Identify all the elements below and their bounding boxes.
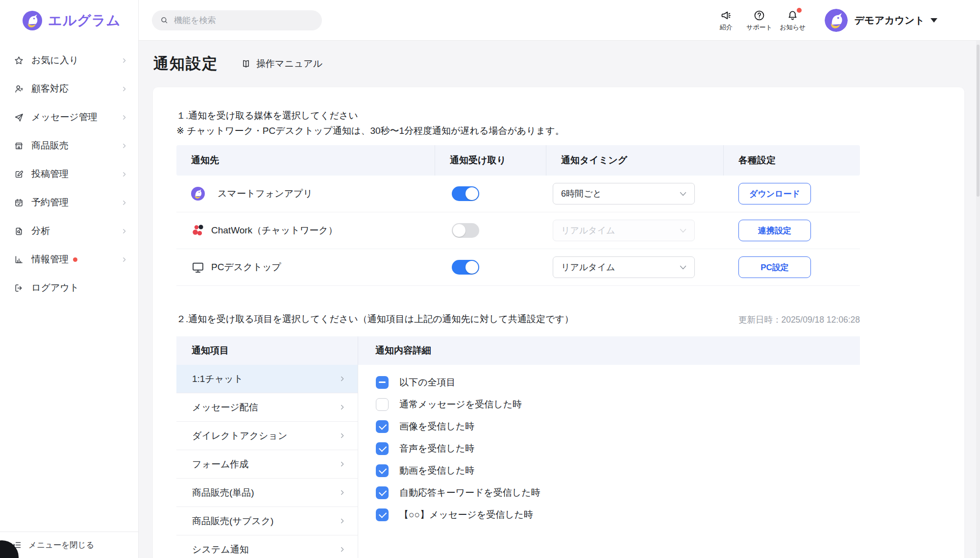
account-dropdown-caret-icon[interactable] — [931, 18, 937, 23]
chevron-right-icon — [121, 143, 127, 149]
section1-text: １.通知を受け取る媒体を選択してください ※ チャットワーク・PCデスクトップ通… — [176, 108, 564, 138]
manual-link-label: 操作マニュアル — [256, 57, 322, 70]
scrollbar-thumb[interactable] — [977, 45, 980, 197]
send-icon — [14, 112, 24, 123]
sidebar-item-product-sales[interactable]: 商品販売 — [0, 131, 138, 160]
notify-items-table-header: 通知項目 通知内容詳細 — [176, 336, 860, 365]
sidebar-item-message-management[interactable]: メッセージ管理 — [0, 103, 138, 131]
option-row-image-received[interactable]: 画像を受信した時 — [376, 415, 860, 437]
notification-badge — [797, 8, 802, 13]
option-row-all-items[interactable]: 以下の全項目 — [376, 371, 860, 393]
category-item-message-delivery[interactable]: メッセージ配信 — [176, 393, 358, 422]
checkbox[interactable] — [376, 508, 389, 521]
timing-select-value: リアルタイム — [561, 225, 680, 236]
sidebar-nav: お気に入り 顧客対応 メッセージ管理 商品販売 投稿管理 予約管理 — [0, 46, 138, 302]
timing-select[interactable]: 6時間ごと — [553, 183, 695, 204]
chevron-down-icon — [680, 192, 686, 196]
option-row-normal-message[interactable]: 通常メッセージを受信した時 — [376, 393, 860, 415]
download-button[interactable]: ダウンロード — [738, 183, 811, 204]
support-label: サポート — [746, 23, 772, 32]
topbar: 紹介 サポート お知らせ デモアカウント — [139, 0, 980, 41]
toggle-cell — [435, 260, 546, 275]
account-avatar[interactable] — [825, 9, 848, 32]
chevron-right-icon — [121, 256, 127, 263]
topbar-actions: 紹介 サポート お知らせ デモアカウント — [708, 0, 937, 41]
brand-logo[interactable]: エルグラム — [23, 11, 121, 30]
referral-button[interactable]: 紹介 — [711, 9, 741, 32]
sidebar-item-customer-support[interactable]: 顧客対応 — [0, 75, 138, 103]
notify-target-label: ChatWork（チャットワーク） — [211, 224, 338, 237]
search-icon — [160, 16, 169, 25]
section1-heading: １.通知を受け取る媒体を選択してください — [176, 108, 564, 123]
close-menu-button[interactable]: メニューを閉じる — [0, 532, 138, 558]
book-icon — [241, 58, 251, 69]
search-box[interactable] — [152, 10, 322, 30]
desktop-monitor-icon — [191, 260, 205, 274]
timing-select-value: リアルタイム — [561, 261, 680, 273]
section2-heading: ２.通知を受け取る項目を選択してください（通知項目は上記の通知先に対して共通設定… — [176, 313, 574, 326]
receive-toggle[interactable] — [452, 260, 479, 275]
sidebar-item-logout[interactable]: ログアウト — [0, 274, 138, 302]
chatwork-link-settings-button[interactable]: 連携設定 — [738, 220, 811, 241]
timing-select[interactable]: リアルタイム — [553, 256, 695, 278]
sidebar-item-analytics[interactable]: 分析 — [0, 217, 138, 245]
sidebar-item-label: メッセージ管理 — [31, 111, 98, 124]
scrollbar-track[interactable] — [976, 41, 980, 558]
brand-name: エルグラム — [48, 11, 121, 30]
brand-bird-icon — [23, 11, 42, 30]
user-icon — [14, 84, 24, 94]
manual-link[interactable]: 操作マニュアル — [241, 57, 322, 70]
category-item-1on1-chat[interactable]: 1:1チャット — [176, 365, 358, 393]
notify-target-cell: スマートフォンアプリ — [176, 187, 435, 201]
option-row-video-received[interactable]: 動画を受信した時 — [376, 459, 860, 482]
category-label: システム通知 — [192, 543, 249, 556]
checkbox[interactable] — [376, 486, 389, 499]
sidebar-item-label: 商品販売 — [31, 139, 69, 152]
chevron-right-icon — [121, 86, 127, 92]
option-row-audio-received[interactable]: 音声を受信した時 — [376, 437, 860, 459]
account-name[interactable]: デモアカウント — [855, 14, 925, 27]
option-row-marked-message[interactable]: 【○○】メッセージを受信した時 — [376, 504, 860, 526]
chevron-right-icon — [339, 375, 346, 382]
table-row-chatwork: ChatWork（チャットワーク） リアルタイム 連携設定 — [176, 212, 860, 249]
checkbox[interactable] — [376, 442, 389, 455]
timing-select[interactable]: リアルタイム — [553, 220, 695, 241]
edit-icon — [14, 169, 24, 179]
option-list: 以下の全項目 通常メッセージを受信した時 画像を受信した時 音声を受信した時 — [358, 365, 860, 526]
search-input[interactable] — [174, 16, 314, 25]
notify-items-table: 通知項目 通知内容詳細 1:1チャット メッセージ配信 ダイレクトアクション — [176, 336, 860, 558]
option-row-auto-reply-keyword[interactable]: 自動応答キーワードを受信した時 — [376, 482, 860, 504]
option-label: 以下の全項目 — [399, 376, 455, 389]
checkbox[interactable] — [376, 376, 389, 389]
sidebar: エルグラム お気に入り 顧客対応 メッセージ管理 商品販売 投稿管理 — [0, 0, 139, 558]
category-item-product-sales-single[interactable]: 商品販売(単品) — [176, 479, 358, 507]
sidebar-item-favorites[interactable]: お気に入り — [0, 46, 138, 75]
sidebar-item-post-management[interactable]: 投稿管理 — [0, 160, 138, 188]
checkbox[interactable] — [376, 398, 389, 411]
sidebar-item-reservation-management[interactable]: 予約管理 — [0, 188, 138, 217]
category-item-direct-action[interactable]: ダイレクトアクション — [176, 422, 358, 450]
category-item-product-sales-subscription[interactable]: 商品販売(サブスク) — [176, 507, 358, 535]
category-label: ダイレクトアクション — [192, 430, 287, 442]
logout-icon — [14, 283, 24, 293]
checkbox[interactable] — [376, 464, 389, 477]
chatwork-icon — [191, 224, 205, 237]
toggle-cell — [435, 186, 546, 201]
category-list: 1:1チャット メッセージ配信 ダイレクトアクション フォーム作成 — [176, 365, 358, 558]
bar-chart-icon — [14, 254, 24, 265]
notify-target-label: スマートフォンアプリ — [218, 187, 313, 200]
news-button[interactable]: お知らせ — [778, 9, 808, 32]
sidebar-item-label: 情報管理 — [31, 253, 69, 266]
category-item-form-creation[interactable]: フォーム作成 — [176, 450, 358, 479]
sidebar-item-info-management[interactable]: 情報管理 — [0, 245, 138, 274]
support-button[interactable]: サポート — [744, 9, 775, 32]
category-label: フォーム作成 — [192, 458, 248, 471]
megaphone-icon — [720, 9, 732, 22]
checkbox[interactable] — [376, 420, 389, 433]
pc-settings-button[interactable]: PC設定 — [738, 256, 811, 278]
receive-toggle[interactable] — [452, 186, 479, 201]
category-item-system-notification[interactable]: システム通知 — [176, 535, 358, 558]
receive-toggle[interactable] — [452, 223, 479, 238]
main-content: 通知設定 操作マニュアル １.通知を受け取る媒体を選択してください ※ チャット… — [139, 41, 980, 558]
sidebar-item-label: 分析 — [31, 225, 50, 237]
